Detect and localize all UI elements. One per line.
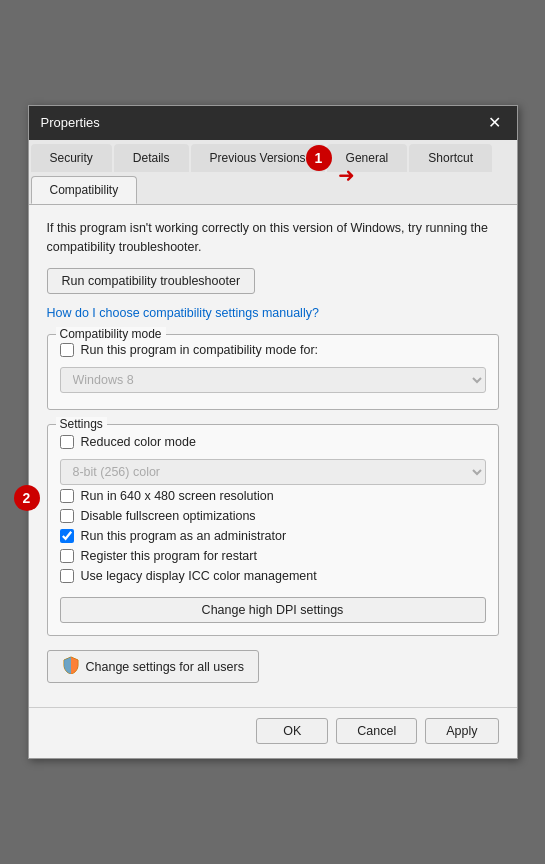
disable-fullscreen-checkbox[interactable] bbox=[60, 509, 74, 523]
tab-details[interactable]: Details bbox=[114, 144, 189, 172]
annotation-arrow-1: ➜ bbox=[338, 163, 355, 187]
legacy-icc-row: Use legacy display ICC color management bbox=[60, 569, 486, 583]
titlebar: Properties ✕ bbox=[29, 106, 517, 140]
change-all-users-button[interactable]: Change settings for all users bbox=[47, 650, 259, 683]
annotation-2: 2 bbox=[14, 485, 40, 511]
compatibility-mode-group: Compatibility mode Run this program in c… bbox=[47, 334, 499, 410]
content-area: If this program isn't working correctly … bbox=[29, 205, 517, 708]
640x480-label: Run in 640 x 480 screen resolution bbox=[81, 489, 274, 503]
compatibility-mode-label: Compatibility mode bbox=[56, 327, 166, 341]
disable-fullscreen-row: Disable fullscreen optimizations bbox=[60, 509, 486, 523]
640x480-row: Run in 640 x 480 screen resolution bbox=[60, 489, 486, 503]
compat-mode-checkbox[interactable] bbox=[60, 343, 74, 357]
color-mode-dropdown[interactable]: 8-bit (256) color bbox=[60, 459, 486, 485]
legacy-icc-label: Use legacy display ICC color management bbox=[81, 569, 317, 583]
apply-button[interactable]: Apply bbox=[425, 718, 498, 744]
properties-dialog: Properties ✕ Security Details Previous V… bbox=[28, 105, 518, 760]
reduced-color-row: Reduced color mode bbox=[60, 435, 486, 449]
register-restart-row: Register this program for restart bbox=[60, 549, 486, 563]
reduced-color-checkbox[interactable] bbox=[60, 435, 74, 449]
compat-mode-dropdown[interactable]: Windows 8 bbox=[60, 367, 486, 393]
legacy-icc-checkbox[interactable] bbox=[60, 569, 74, 583]
compat-mode-checkbox-row: Run this program in compatibility mode f… bbox=[60, 343, 486, 357]
640x480-checkbox[interactable] bbox=[60, 489, 74, 503]
run-troubleshooter-button[interactable]: Run compatibility troubleshooter bbox=[47, 268, 256, 294]
tab-previous-versions[interactable]: Previous Versions bbox=[191, 144, 325, 172]
high-dpi-button[interactable]: Change high DPI settings bbox=[60, 597, 486, 623]
close-button[interactable]: ✕ bbox=[484, 113, 505, 133]
register-restart-checkbox[interactable] bbox=[60, 549, 74, 563]
run-as-admin-label: Run this program as an administrator bbox=[81, 529, 287, 543]
disable-fullscreen-label: Disable fullscreen optimizations bbox=[81, 509, 256, 523]
reduced-color-label: Reduced color mode bbox=[81, 435, 196, 449]
cancel-button[interactable]: Cancel bbox=[336, 718, 417, 744]
help-link[interactable]: How do I choose compatibility settings m… bbox=[47, 306, 319, 320]
tab-shortcut[interactable]: Shortcut bbox=[409, 144, 492, 172]
register-restart-label: Register this program for restart bbox=[81, 549, 257, 563]
ok-button[interactable]: OK bbox=[256, 718, 328, 744]
compat-mode-checkbox-label: Run this program in compatibility mode f… bbox=[81, 343, 319, 357]
annotation-1: 1 bbox=[306, 145, 332, 171]
tab-compatibility[interactable]: Compatibility bbox=[31, 176, 138, 204]
tabs-container: Security Details Previous Versions Gener… bbox=[29, 140, 517, 205]
settings-group-label: Settings bbox=[56, 417, 107, 431]
description-text: If this program isn't working correctly … bbox=[47, 219, 499, 257]
change-all-users-label: Change settings for all users bbox=[86, 660, 244, 674]
shield-icon bbox=[62, 656, 80, 677]
run-as-admin-checkbox[interactable] bbox=[60, 529, 74, 543]
settings-group: Settings Reduced color mode 8-bit (256) … bbox=[47, 424, 499, 636]
run-as-admin-row: Run this program as an administrator bbox=[60, 529, 486, 543]
tab-security[interactable]: Security bbox=[31, 144, 112, 172]
footer-buttons: OK Cancel Apply bbox=[29, 707, 517, 758]
dialog-title: Properties bbox=[41, 115, 100, 130]
